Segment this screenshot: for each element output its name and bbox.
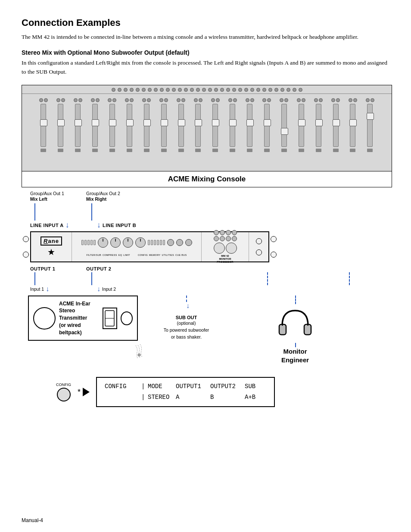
console-outputs-row: Group/Aux Out 1 Mix Left Group/Aux Out 2… — [22, 187, 392, 203]
sub-out-sub: (optional)To powered subwooferor bass sh… — [153, 320, 220, 340]
section-title: Stereo Mix with Optional Mono Subwoofer … — [22, 49, 389, 56]
in-ear-circle — [33, 307, 56, 330]
sub-out-label: SUB OUT — [153, 315, 220, 320]
in-ear-device: ACME In-EarStereo Transmitter(or wired b… — [28, 296, 138, 341]
rane-unit: Rane ★ — [30, 231, 269, 262]
monitor-label: MonitorEngineer — [281, 347, 309, 364]
output2-label-col: Group/Aux Out 2 Mix Right — [86, 191, 155, 202]
console-label: ACME Mixing Console — [22, 171, 392, 187]
config-arrow-icon — [83, 388, 90, 396]
wind-icon — [127, 343, 149, 364]
cfg-header-col2: MODE — [148, 381, 174, 392]
output2-label: Group/Aux Out 2 — [86, 191, 155, 197]
cfg-data-col4: B — [210, 392, 243, 403]
input2-arrow: ↓ — [97, 285, 100, 293]
main-diagram: ACME Mixing Console Group/Aux Out 1 Mix … — [22, 85, 392, 408]
intro-text: The MM 42 is intended to be connected in… — [22, 33, 389, 41]
cfg-data-col1 — [105, 392, 139, 403]
rane-logo: Rane — [40, 236, 62, 246]
config-section: CONFIG * CONFIG | MODE OUTPUT1 OUTPUT2 S… — [56, 377, 392, 407]
config-table: CONFIG | MODE OUTPUT1 OUTPUT2 SUB | STER… — [96, 377, 275, 407]
console-body — [22, 85, 392, 171]
cfg-data-col2: STEREO — [148, 392, 174, 403]
vert-lines-2 — [22, 272, 392, 285]
input1-label: Input 1 — [30, 286, 44, 292]
config-knob[interactable] — [57, 388, 71, 401]
output2-bold: OUTPUT 2 — [86, 266, 153, 271]
rane-right: MM 42MONITORPROCESSOR — [202, 232, 249, 261]
input-arrows-row: Input 1 ↓ ↓ Input 2 — [22, 285, 392, 293]
cfg-header-col5: SUB — [245, 381, 266, 392]
svg-line-6 — [308, 324, 308, 326]
output-labels-row: OUTPUT 1 OUTPUT 2 — [22, 264, 392, 272]
page-title: Connection Examples — [22, 17, 389, 28]
sub-out-col: ↓ SUB OUT (optional)To powered subwoofer… — [153, 296, 220, 340]
rane-brand-section: Rane ★ — [31, 232, 72, 261]
in-ear-circle-sm — [121, 311, 133, 325]
monitor-col: MonitorEngineer — [276, 296, 314, 364]
rane-model: MM 42MONITORPROCESSOR — [217, 255, 233, 264]
fader-area — [22, 94, 392, 171]
in-ear-col: ACME In-EarStereo Transmitter(or wired b… — [28, 296, 149, 366]
output2-col: OUTPUT 2 — [86, 266, 153, 271]
line-inputs-row: LINE INPUT A ↓ ↓ LINE INPUT B — [22, 221, 392, 230]
cfg-header-col3: OUTPUT1 — [176, 381, 208, 392]
rane-controls: FILTER/SUB COMPRESS EQ LIMIT CONFIG MEMO… — [72, 232, 202, 261]
cfg-data-col3: A — [176, 392, 208, 403]
svg-rect-4 — [304, 324, 311, 335]
config-knob-wrap: CONFIG — [56, 383, 71, 401]
page-container: Connection Examples The MM 42 is intende… — [0, 0, 411, 433]
in-ear-rect — [103, 308, 117, 329]
output2-sub: Mix Right — [86, 196, 155, 202]
svg-line-5 — [282, 324, 283, 326]
config-label: CONFIG — [56, 383, 71, 387]
config-table-data-row: | STEREO A B A+B — [105, 392, 266, 403]
cfg-sep1: | — [141, 381, 146, 392]
line-input-b-label: LINE INPUT B — [103, 223, 136, 228]
rane-device-row: Rane ★ — [22, 231, 392, 262]
vert-lines-1 — [22, 203, 392, 221]
svg-rect-3 — [279, 324, 286, 335]
output1-col: OUTPUT 1 — [30, 266, 86, 271]
section-body: In this configuration a standard Left/Ri… — [22, 59, 389, 76]
input2-label: Input 2 — [102, 286, 116, 292]
line-input-b-arrow: ↓ — [97, 221, 101, 230]
line-input-a-arrow: ↓ — [65, 221, 69, 230]
cfg-sep2: | — [141, 392, 146, 403]
output1-sub: Mix Left — [30, 196, 86, 202]
output1-label: Group/Aux Out 1 — [30, 191, 86, 197]
in-ear-rect-icon — [104, 310, 115, 327]
output1-bold: OUTPUT 1 — [30, 266, 86, 271]
rane-star: ★ — [47, 247, 55, 257]
config-table-header-row: CONFIG | MODE OUTPUT1 OUTPUT2 SUB — [105, 381, 266, 392]
svg-point-2 — [138, 354, 140, 356]
input1-arrow: ↓ — [46, 285, 49, 293]
console-box: ACME Mixing Console — [22, 85, 392, 187]
in-ear-label: ACME In-EarStereo Transmitter(or wired b… — [59, 300, 99, 336]
config-star-label: * — [78, 388, 81, 397]
headphone-icon — [276, 304, 314, 343]
cfg-header-col1: CONFIG — [105, 381, 139, 392]
bottom-devices-row: ACME In-EarStereo Transmitter(or wired b… — [22, 296, 392, 366]
cfg-data-col5: A+B — [245, 392, 266, 403]
output1-label-col: Group/Aux Out 1 Mix Left — [30, 191, 86, 202]
line-input-a-label: LINE INPUT A — [30, 223, 64, 228]
rane-side-right — [249, 232, 268, 261]
wind-effect — [127, 343, 149, 366]
cfg-header-col4: OUTPUT2 — [210, 381, 243, 392]
page-footer: Manual-4 — [22, 517, 43, 523]
